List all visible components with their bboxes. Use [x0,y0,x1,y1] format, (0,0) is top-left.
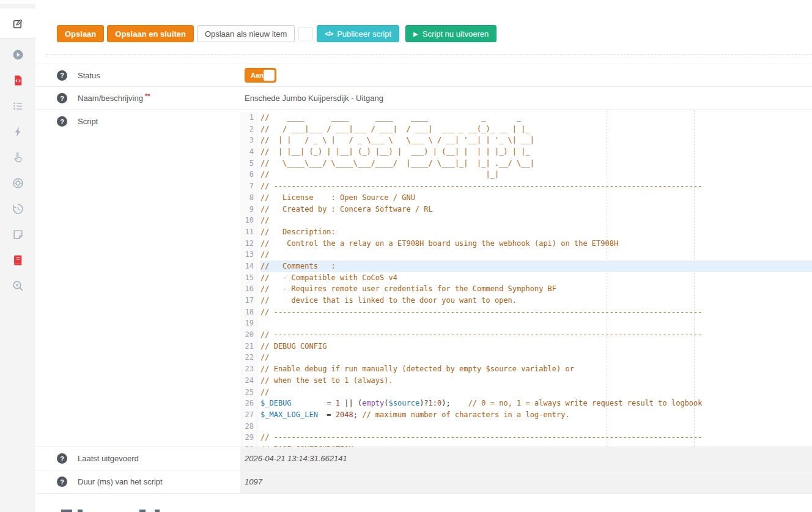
sidebar-item-bolt[interactable] [0,119,35,144]
name-value-cell: Enschede Jumbo Kuijpersdijk - Uitgang [240,94,812,103]
code-line[interactable]: // device that is linked to the door you… [260,295,812,306]
sidebar-item-play-circle[interactable] [0,42,35,67]
code-line[interactable]: // | |__| (_) | |__| (_) |__) | ___) | (… [260,146,812,158]
file-code-icon [12,75,24,86]
duration-label: Duur (ms) van het script [78,477,163,486]
script-label-cell: ? Script [35,110,240,447]
code-line[interactable]: $_DEBUG = 1 || (empty($source)?1:0); // … [260,398,812,409]
inline-checkbox[interactable] [298,27,313,40]
sidebar-item-history[interactable] [0,196,35,221]
code-line[interactable]: // Description: [260,226,812,238]
code-line[interactable]: // BASE CONFIGURATION [260,443,812,447]
play-circle-icon [12,49,24,61]
play-icon: ▶ [413,31,418,37]
code-line[interactable]: // [260,215,812,226]
status-toggle[interactable]: Aan [245,68,276,83]
code-icon: </> [325,30,333,37]
line-number: 12 [240,238,254,250]
sidebar [0,4,35,512]
code-line[interactable]: // Created by : Concera Software / RL [260,204,812,215]
sidebar-item-hand-pointer[interactable] [0,144,35,170]
code-line[interactable]: // [260,352,812,363]
status-label-cell: ? Status [35,70,240,81]
code-line[interactable]: // DEBUG CONFIG [260,341,812,352]
hand-pointer-icon [12,152,24,163]
code-line[interactable]: // -------------------------------------… [260,306,812,318]
code-line[interactable]: // [260,249,812,261]
line-number: 30 [240,443,254,447]
script-label: Script [78,117,98,126]
code-line[interactable]: // ____ ____ ____ ____ _ _ [260,112,812,124]
line-number: 16 [240,283,254,295]
duration-value-cell: 1097 [240,470,812,493]
line-number: 19 [240,317,254,329]
sidebar-items [0,9,35,299]
sidebar-item-edit[interactable] [0,9,35,38]
help-icon[interactable]: ? [57,116,67,127]
status-toggle-label: Aan [245,72,264,79]
code-line[interactable]: // -------------------------------------… [260,329,812,341]
name-row: ? Naam/beschrijving** Enschede Jumbo Kui… [35,87,812,110]
name-label-cell: ? Naam/beschrijving** [35,93,240,103]
line-number: 17 [240,295,254,306]
code-lines[interactable]: // ____ ____ ____ ____ _ _ // / ___|___ … [257,112,812,447]
sidebar-item-file-code[interactable] [0,67,35,93]
gutter: 1234567891011121314151617181920212223242… [240,112,257,447]
line-number: 22 [240,352,254,363]
app-root: Opslaan Opslaan en sluiten Opslaan als n… [0,0,812,512]
line-number: 7 [240,180,254,192]
code-line[interactable]: // [260,387,812,398]
run-script-button[interactable]: ▶ Script nu uitvoeren [405,25,496,42]
code-line[interactable]: // \____\___/ \____\___/____/ |____/ \__… [260,158,812,169]
toolbar-separator [46,54,812,55]
code-line[interactable]: // - Compatible with CoCoS v4 [260,272,812,284]
help-icon[interactable]: ? [57,477,67,487]
bolt-icon [12,126,24,138]
code-line[interactable]: // Control the a relay on a ET908H board… [260,238,812,250]
save-button[interactable]: Opslaan [57,25,104,42]
save-as-new-item-button[interactable]: Opslaan als nieuw item [197,25,295,42]
code-line[interactable]: // | | / _ \ | / _ \___ \ \___ \ / __| '… [260,135,812,146]
publish-script-button[interactable]: </> Publiceer script [317,25,399,42]
script-row: ? Script 1234567891011121314151617181920… [35,110,812,447]
code-line[interactable]: // / ___|___ / ___|___ / ___| / ___| ___… [260,124,812,135]
sidebar-item-book[interactable] [0,247,35,273]
line-number: 4 [240,146,254,158]
publish-script-label: Publiceer script [337,29,391,39]
sidebar-item-sticky-note[interactable] [0,221,35,247]
code-line[interactable]: // - Requires remote user credentials fo… [260,283,812,295]
code-line[interactable]: // License : Open Source / GNU [260,192,812,204]
sidebar-item-search-plus[interactable] [0,273,35,299]
toolbar: Opslaan Opslaan en sluiten Opslaan als n… [35,0,812,42]
code-line[interactable]: // when the set to 1 (always). [260,375,812,387]
sidebar-item-life-ring[interactable] [0,170,35,196]
save-and-close-button[interactable]: Opslaan en sluiten [107,25,194,42]
search-plus-icon [12,280,24,292]
code-line[interactable]: // Enable debug if run manually (detecte… [260,363,812,375]
code-editor[interactable]: 1234567891011121314151617181920212223242… [240,110,812,447]
last-run-value-cell: 2026-04-21 13:14:31.662141 [240,447,812,470]
duration-row: ? Duur (ms) van het script 1097 [35,470,812,494]
code-line[interactable] [260,317,812,329]
life-ring-icon [12,177,24,189]
help-icon[interactable]: ? [57,93,67,103]
code-line[interactable]: // -------------------------------------… [260,432,812,443]
help-icon[interactable]: ? [57,70,67,81]
status-label: Status [78,71,100,80]
code-line[interactable]: // Comments : [260,261,812,272]
code-line[interactable]: // -------------------------------------… [260,180,812,192]
run-script-label: Script nu uitvoeren [423,29,489,39]
code-line[interactable] [260,421,812,432]
line-number: 28 [240,421,254,432]
help-icon[interactable]: ? [57,453,67,464]
line-number: 1 [240,112,254,124]
line-number: 15 [240,272,254,284]
line-number: 2 [240,124,254,135]
required-marker: ** [145,92,150,100]
code-line[interactable]: $_MAX_LOG_LEN = 2048; // maximum number … [260,409,812,421]
name-field[interactable]: Enschede Jumbo Kuijpersdijk - Uitgang [245,94,383,103]
code-line[interactable]: // |_| [260,169,812,180]
line-number: 9 [240,204,254,215]
line-number: 8 [240,192,254,204]
sidebar-item-list[interactable] [0,93,35,119]
